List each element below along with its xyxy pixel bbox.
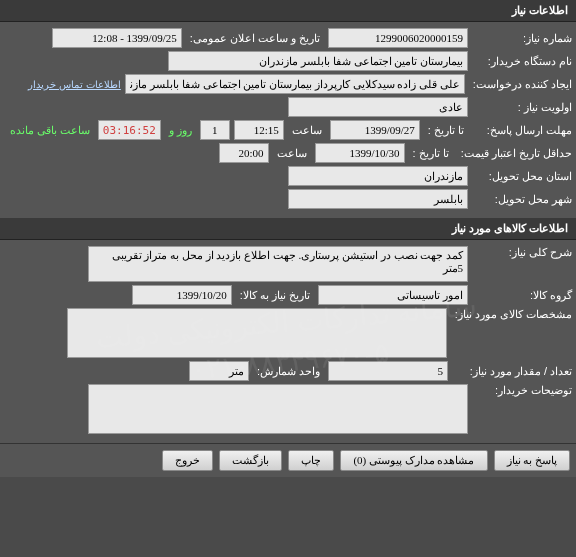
to-date-label-2: تا تاریخ : bbox=[409, 147, 453, 160]
section-title: اطلاعات نیاز bbox=[512, 4, 568, 16]
group-input[interactable] bbox=[318, 285, 468, 305]
qty-input[interactable] bbox=[328, 361, 448, 381]
city-input[interactable] bbox=[288, 189, 468, 209]
time-label-1: ساعت bbox=[288, 124, 326, 137]
to-date-label: تا تاریخ : bbox=[424, 124, 468, 137]
need-date-label: تاریخ نیاز به کالا: bbox=[236, 289, 314, 302]
days-label: روز و bbox=[165, 124, 196, 137]
min-valid-time-input[interactable] bbox=[219, 143, 269, 163]
announce-input[interactable] bbox=[52, 28, 182, 48]
desc-label: شرح کلی نیاز: bbox=[472, 246, 572, 259]
section-title-2: اطلاعات کالاهای مورد نیاز bbox=[452, 222, 568, 234]
button-bar: پاسخ به نیاز مشاهده مدارک پیوستی (0) چاپ… bbox=[0, 443, 576, 477]
unit-label: واحد شمارش: bbox=[253, 365, 324, 378]
city-label: شهر محل تحویل: bbox=[472, 193, 572, 206]
back-button[interactable]: بازگشت bbox=[219, 450, 282, 471]
province-input[interactable] bbox=[288, 166, 468, 186]
section-header-need-info: اطلاعات نیاز bbox=[0, 0, 576, 22]
buyer-input[interactable] bbox=[168, 51, 468, 71]
creator-label: ایجاد کننده درخواست: bbox=[469, 78, 572, 91]
deadline-date-input[interactable] bbox=[330, 120, 420, 140]
min-valid-label: حداقل تاریخ اعتبار قیمت: bbox=[457, 147, 572, 160]
desc-textarea[interactable] bbox=[88, 246, 468, 282]
creator-input[interactable] bbox=[125, 74, 465, 94]
spec-textarea[interactable] bbox=[67, 308, 447, 358]
need-date-input[interactable] bbox=[132, 285, 232, 305]
remaining-label: ساعت باقی مانده bbox=[6, 124, 94, 137]
min-valid-date-input[interactable] bbox=[315, 143, 405, 163]
priority-label: اولویت نیاز : bbox=[472, 101, 572, 114]
province-label: استان محل تحویل: bbox=[472, 170, 572, 183]
deadline-time-input[interactable] bbox=[234, 120, 284, 140]
print-button[interactable]: چاپ bbox=[288, 450, 334, 471]
notes-label: توضیحات خریدار: bbox=[472, 384, 572, 397]
spec-label: مشخصات کالای مورد نیاز: bbox=[451, 308, 572, 321]
unit-input[interactable] bbox=[189, 361, 249, 381]
form-area-2: سامانه تدارکات الکترونیکی دولت ۰۲۱-۸۸۳۴۹… bbox=[0, 240, 576, 443]
attachments-button[interactable]: مشاهده مدارک پیوستی (0) bbox=[340, 450, 487, 471]
respond-button[interactable]: پاسخ به نیاز bbox=[494, 450, 571, 471]
countdown-timer: 03:16:52 bbox=[98, 120, 161, 140]
notes-textarea[interactable] bbox=[88, 384, 468, 434]
exit-button[interactable]: خروج bbox=[162, 450, 213, 471]
deadline-label: مهلت ارسال پاسخ: bbox=[472, 124, 572, 137]
announce-label: تاریخ و ساعت اعلان عمومی: bbox=[186, 32, 324, 45]
req-no-input[interactable] bbox=[328, 28, 468, 48]
form-area-1: شماره نیاز: تاریخ و ساعت اعلان عمومی: نا… bbox=[0, 22, 576, 218]
qty-label: تعداد / مقدار مورد نیاز: bbox=[452, 365, 572, 378]
section-header-goods-info: اطلاعات کالاهای مورد نیاز bbox=[0, 218, 576, 240]
req-no-label: شماره نیاز: bbox=[472, 32, 572, 45]
priority-input[interactable] bbox=[288, 97, 468, 117]
days-input[interactable] bbox=[200, 120, 230, 140]
time-label-2: ساعت bbox=[273, 147, 311, 160]
group-label: گروه کالا: bbox=[472, 289, 572, 302]
buyer-label: نام دستگاه خریدار: bbox=[472, 55, 572, 68]
contact-link[interactable]: اطلاعات تماس خریدار bbox=[28, 79, 121, 90]
